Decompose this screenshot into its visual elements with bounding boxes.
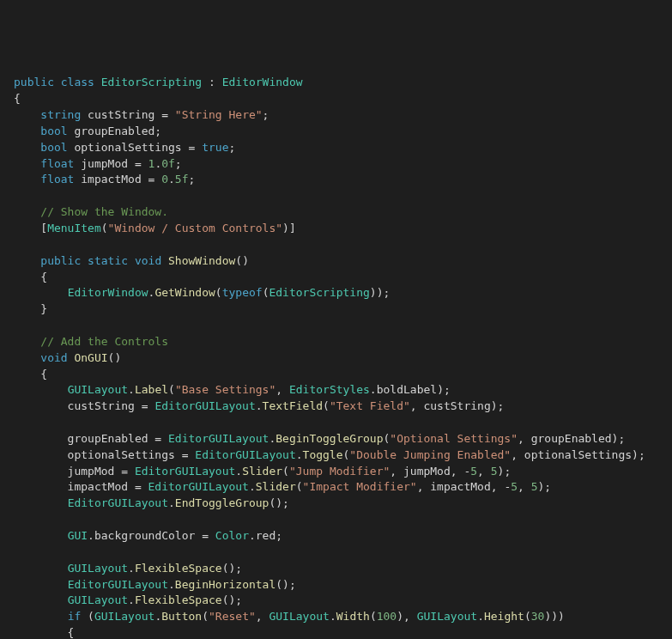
code-line: GUILayout.FlexibleSpace(); bbox=[14, 561, 658, 577]
token-classname: GUILayout bbox=[94, 610, 154, 623]
token-punct bbox=[161, 254, 168, 267]
token-classname: GUILayout bbox=[68, 562, 128, 575]
token-str: "Impact Modifier" bbox=[303, 480, 417, 493]
token-ident: .red; bbox=[249, 529, 282, 542]
code-line bbox=[14, 237, 658, 253]
token-punct bbox=[14, 562, 68, 575]
token-method: Slider bbox=[256, 480, 296, 493]
token-kw: bool bbox=[40, 141, 67, 154]
token-ident: , impactMod, - bbox=[417, 480, 512, 493]
token-str: "Window / Custom Controls" bbox=[108, 222, 283, 234]
token-kw: void bbox=[135, 254, 161, 267]
token-punct: { bbox=[14, 271, 47, 283]
token-str: "String Here" bbox=[175, 108, 263, 121]
code-line bbox=[14, 188, 658, 204]
token-punct bbox=[14, 254, 40, 267]
token-kw: static bbox=[88, 254, 128, 267]
token-punct: , bbox=[477, 465, 491, 478]
token-punct: ; bbox=[263, 108, 269, 121]
token-method: Label bbox=[135, 383, 168, 396]
token-punct bbox=[54, 76, 61, 88]
token-ident: optionalSettings = bbox=[14, 448, 195, 461]
token-punct: . bbox=[168, 173, 175, 186]
token-comment: // Show the Window. bbox=[40, 205, 168, 218]
token-punct bbox=[14, 383, 68, 396]
token-punct bbox=[14, 351, 40, 364]
token-punct: (); bbox=[275, 578, 295, 591]
token-num: 5f bbox=[175, 173, 189, 186]
token-method: ShowWindow bbox=[168, 254, 235, 267]
token-punct: . bbox=[128, 593, 135, 606]
token-punct bbox=[14, 125, 40, 137]
token-classname: EditorGUILayout bbox=[68, 496, 168, 509]
token-comment: // Add the Controls bbox=[40, 335, 168, 348]
token-kw: float bbox=[40, 157, 74, 170]
token-punct: (); bbox=[222, 562, 242, 575]
token-punct: } bbox=[14, 302, 47, 315]
token-classname: GUILayout bbox=[68, 383, 128, 396]
token-num: 5 bbox=[470, 465, 477, 478]
token-method: Height bbox=[484, 610, 524, 623]
code-line: groupEnabled = EditorGUILayout.BeginTogg… bbox=[14, 431, 658, 447]
token-punct bbox=[14, 189, 21, 202]
code-line: float jumpMod = 1.0f; bbox=[14, 156, 658, 173]
token-punct bbox=[14, 593, 68, 606]
token-kw: float bbox=[40, 173, 74, 186]
token-classname: EditorStyles bbox=[289, 383, 370, 396]
token-punct: . bbox=[477, 610, 484, 623]
code-line: { bbox=[14, 625, 658, 639]
token-classname: GUI bbox=[68, 529, 88, 542]
code-line: { bbox=[14, 367, 658, 383]
code-line: void OnGUI() bbox=[14, 350, 658, 367]
token-punct bbox=[14, 513, 21, 526]
token-punct: . bbox=[296, 448, 303, 461]
token-num: 100 bbox=[377, 610, 397, 623]
token-method: TextField bbox=[263, 399, 323, 412]
token-kw: true bbox=[202, 141, 228, 154]
code-line: custString = EditorGUILayout.TextField("… bbox=[14, 399, 658, 415]
token-kw: public bbox=[40, 254, 81, 267]
token-punct bbox=[14, 496, 68, 509]
token-punct bbox=[14, 319, 21, 332]
code-line: bool groupEnabled; bbox=[14, 124, 658, 140]
token-num: 0f bbox=[161, 157, 175, 170]
token-ident: jumpMod = bbox=[74, 157, 148, 170]
token-kw: void bbox=[40, 351, 67, 364]
token-ident: , jumpMod, - bbox=[390, 465, 470, 478]
token-punct: () bbox=[108, 351, 122, 364]
token-method: GetWindow bbox=[154, 286, 215, 299]
token-punct bbox=[14, 416, 21, 429]
token-punct: ); bbox=[498, 465, 512, 478]
token-classname: Color bbox=[215, 529, 249, 542]
token-str: "Base Settings" bbox=[175, 383, 275, 396]
token-ident: .backgroundColor = bbox=[88, 529, 215, 542]
code-line: EditorGUILayout.BeginHorizontal(); bbox=[14, 577, 658, 593]
code-line: optionalSettings = EditorGUILayout.Toggl… bbox=[14, 447, 658, 464]
token-method: OnGUI bbox=[74, 351, 107, 364]
token-classname: EditorGUILayout bbox=[168, 432, 269, 445]
token-ident: custString = bbox=[14, 399, 154, 412]
token-punct bbox=[14, 238, 21, 251]
token-punct bbox=[14, 545, 21, 558]
code-line: } bbox=[14, 301, 658, 318]
token-classname: EditorScripting bbox=[101, 76, 202, 88]
code-line: impactMod = EditorGUILayout.Slider("Impa… bbox=[14, 479, 658, 496]
token-classname: GUILayout bbox=[417, 610, 477, 623]
token-ident: groupEnabled = bbox=[14, 432, 168, 445]
code-line: EditorGUILayout.EndToggleGroup(); bbox=[14, 496, 658, 512]
token-num: 5 bbox=[491, 465, 498, 478]
token-punct: . bbox=[128, 383, 135, 396]
token-kw: class bbox=[61, 76, 94, 88]
token-punct: . bbox=[235, 465, 242, 478]
token-punct: : bbox=[202, 76, 221, 88]
token-kw: string bbox=[40, 108, 81, 121]
token-punct bbox=[14, 157, 40, 170]
code-line: public static void ShowWindow() bbox=[14, 253, 658, 270]
token-punct bbox=[14, 610, 68, 623]
code-line bbox=[14, 415, 658, 431]
code-block: public class EditorScripting : EditorWin… bbox=[14, 75, 658, 639]
code-line: // Show the Window. bbox=[14, 204, 658, 221]
code-line: { bbox=[14, 270, 658, 286]
token-kw: if bbox=[68, 610, 82, 623]
token-punct: ( bbox=[101, 222, 108, 234]
